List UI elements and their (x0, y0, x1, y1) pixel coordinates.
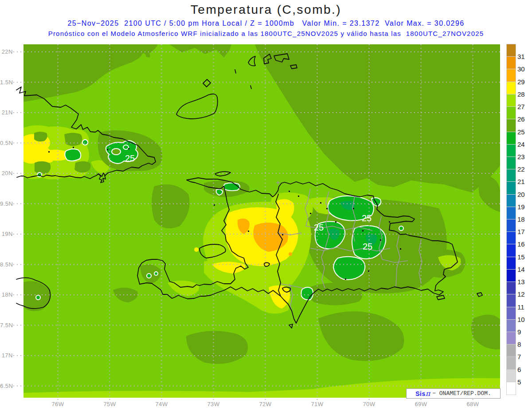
cool-patch (301, 287, 313, 300)
colorbar-cell (507, 157, 516, 169)
station-dot (389, 221, 390, 223)
colorbar-cell (507, 219, 516, 232)
yellow-patch (194, 247, 199, 252)
colorbar-cell (507, 344, 516, 357)
colorbar-tick-label: 20 (517, 191, 531, 198)
credit-sis-label: Sis (415, 390, 426, 397)
weather-map-page: Temperatura (C,somb.) 25−Nov−2025 2100 U… (0, 0, 532, 411)
credit-box: Sis π − ONAMET/REP.DOM. (406, 388, 501, 399)
colorbar-tick-label: 28 (517, 91, 531, 98)
colorbar-cell (507, 244, 516, 257)
temperature-map: 25 25 25 25 (0, 0, 532, 411)
x-tick-label: 75W (100, 401, 120, 408)
x-tick-label: 71W (308, 401, 327, 408)
y-tick-label: 18N (0, 291, 13, 298)
station-dot (298, 196, 299, 197)
cool-patch (123, 145, 129, 149)
colorbar-tick-label: 30 (517, 66, 531, 73)
y-tick-label: 20N (0, 170, 13, 177)
colorbar-tick-label: 31 (517, 53, 531, 60)
y-tick-label: 9.5N (0, 200, 13, 207)
y-tick-label: 7.5N (0, 322, 13, 329)
colorbar-tick-label: 12 (517, 291, 531, 298)
colorbar-cell (507, 382, 516, 395)
colorbar-tick-label: 25 (517, 129, 531, 136)
temperature-shading (23, 44, 500, 398)
colorbar-cell (507, 132, 516, 145)
colorbar-tick-label: 14 (517, 266, 531, 273)
colorbar-cell (507, 94, 516, 107)
colorbar-cell (507, 57, 516, 69)
colorbar-tick-label: 5 (517, 379, 531, 386)
station-dot (48, 151, 50, 153)
cool-patch (216, 189, 223, 195)
contour-label-25: 25 (362, 213, 372, 223)
colorbar-tick-label: 18 (517, 216, 531, 223)
cool-patch (154, 272, 158, 275)
colorbar-cell (507, 332, 516, 344)
cool-patch (65, 149, 81, 161)
y-tick-label: 6.5N (0, 383, 13, 390)
y-tick-label: 21N (0, 109, 13, 116)
station-dot (248, 231, 249, 232)
colorbar-tick-label: 26 (517, 116, 531, 123)
x-tick-label: 69W (411, 401, 431, 408)
pi-icon: π (426, 391, 430, 396)
station-dot (282, 234, 283, 235)
colorbar-cell (507, 182, 516, 194)
x-tick-label: 72W (256, 401, 275, 408)
colorbar-cell (507, 44, 516, 57)
colorbar-tick-label: 17 (517, 228, 531, 235)
colorbar-tick-label: 9 (517, 329, 531, 336)
station-dot (310, 213, 311, 214)
olive-patch (35, 161, 51, 174)
orange-patch (289, 252, 292, 256)
colorbar-cell (507, 107, 516, 119)
olive-patch (74, 161, 90, 172)
contour-label-25: 25 (314, 223, 324, 232)
x-tick-label: 70W (360, 401, 379, 408)
cool-patch-hole (112, 149, 121, 155)
y-tick-label: 17N (0, 352, 13, 359)
colorbar-cell (507, 195, 516, 207)
station-dot (289, 191, 290, 192)
colorbar-cell (507, 294, 516, 307)
colorbar-cell (507, 282, 516, 294)
credit-onamet-label: − ONAMET/REP.DOM. (432, 390, 491, 397)
colorbar-tick-label: 7 (517, 353, 531, 360)
colorbar-cell (507, 207, 516, 219)
colorbar-cell (507, 145, 516, 157)
colorbar-cell (507, 370, 516, 382)
x-tick-label: 74W (152, 401, 172, 408)
colorbar-tick-label: 27 (517, 103, 531, 110)
station-dot (73, 147, 74, 148)
colorbar-tick-label: 10 (517, 316, 531, 323)
colorbar-cell (507, 270, 516, 282)
colorbar-cell (507, 320, 516, 332)
station-dot (380, 239, 381, 241)
colorbar-cell (507, 307, 516, 320)
colorbar-tick-label: 6 (517, 366, 531, 373)
station-dot (320, 202, 321, 204)
station-dot (400, 248, 401, 250)
y-tick-label: 22N (0, 48, 13, 55)
colorbar-tick-label: 8 (517, 341, 531, 348)
y-tick-label: 0.5N (0, 140, 13, 147)
station-dot (362, 230, 364, 231)
cool-patch (147, 274, 151, 278)
colorbar-cell (507, 82, 516, 94)
olive-patch (34, 132, 47, 141)
station-dot (353, 208, 354, 209)
colorbar-cell (507, 169, 516, 182)
colorbar-tick-label: 15 (517, 254, 531, 261)
station-dot (128, 148, 129, 149)
cool-patch (82, 140, 88, 145)
station-dot (107, 149, 108, 150)
colorbar-tick-label: 23 (517, 153, 531, 160)
x-tick-label: 76W (48, 401, 68, 408)
x-tick-label: 73W (204, 401, 223, 408)
cool-patch (224, 183, 240, 191)
y-tick-label: 8.5N (0, 261, 13, 268)
colorbar-cell (507, 69, 516, 82)
colorbar-tick-label: 22 (517, 166, 531, 173)
